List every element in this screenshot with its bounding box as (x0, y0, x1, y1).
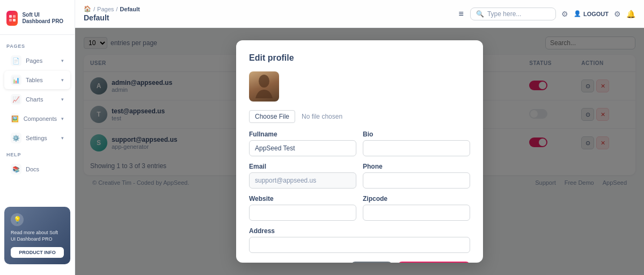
svg-rect-0 (9, 15, 12, 18)
zipcode-label: Zipcode (363, 195, 470, 202)
chevron-down-icon: ▾ (61, 77, 64, 83)
address-label: Address (249, 227, 470, 235)
charts-icon: 📈 (11, 94, 21, 105)
form-row-address: Address (249, 227, 470, 253)
sidebar-item-tables-label: Tables (26, 77, 43, 83)
sidebar-item-pages[interactable]: 📄 Pages ▾ (4, 52, 70, 70)
navbar-right: 🔍 ⚙ 👤 LOGOUT ⚙ 🔔 (470, 8, 635, 20)
logo-icon (6, 11, 18, 26)
app-wrapper: Soft UI Dashboard PRO PAGES 📄 Pages ▾ 📊 … (0, 0, 644, 275)
content-area: 10 25 50 entries per page USER FUNCTION (75, 28, 644, 275)
main-content: 🏠 / Pages / Default Default ≡ 🔍 ⚙ 👤 LOGO… (75, 0, 644, 275)
sidebar-item-charts-label: Charts (26, 96, 43, 103)
address-group: Address (249, 227, 470, 253)
search-input[interactable] (487, 10, 552, 18)
chevron-icon-4: ▾ (61, 135, 64, 141)
profile-avatar (249, 71, 279, 102)
modal-overlay: Edit profile Choose File No file cho (75, 28, 644, 275)
fullname-input[interactable] (249, 140, 356, 156)
product-info-button[interactable]: PRODUCT INFO (11, 247, 64, 258)
sidebar-item-docs[interactable]: 📚 Docs (4, 160, 70, 178)
chevron-icon: ▾ (61, 58, 64, 63)
svg-point-4 (259, 75, 269, 88)
logout-button[interactable]: 👤 LOGOUT (574, 10, 609, 17)
sidebar-section-help: HELP (0, 148, 75, 160)
tables-icon: 📊 (11, 75, 21, 85)
save-changes-button[interactable]: SAVE CHANGES (398, 262, 470, 263)
choose-file-button[interactable]: Choose File (249, 110, 295, 123)
sidebar-item-settings[interactable]: ⚙️ Settings ▾ (4, 129, 70, 147)
search-box[interactable]: 🔍 (470, 8, 556, 20)
sidebar-item-components[interactable]: 🖼️ Components ▾ (4, 110, 70, 128)
modal-footer: CLOSE SAVE CHANGES (249, 262, 470, 263)
email-label: Email (249, 163, 356, 170)
bio-group: Bio (363, 131, 470, 156)
bell-icon[interactable]: 🔔 (626, 10, 635, 18)
modal-title: Edit profile (249, 53, 470, 63)
close-button[interactable]: CLOSE (351, 262, 392, 263)
docs-icon: 📚 (11, 164, 21, 175)
promo-text: Read more about Soft UI Dashboard PRO (11, 229, 64, 243)
promo-icon: 💡 (11, 213, 24, 226)
address-input[interactable] (249, 237, 470, 253)
fullname-label: Fullname (249, 131, 356, 138)
form-row-email-phone: Email Phone (249, 163, 470, 189)
fullname-group: Fullname (249, 131, 356, 156)
breadcrumb-home-icon: 🏠 (84, 5, 91, 12)
page-title: Default (84, 13, 448, 22)
svg-rect-2 (9, 19, 12, 21)
email-input[interactable] (249, 172, 356, 189)
svg-rect-3 (13, 19, 16, 21)
chevron-icon-3: ▾ (61, 116, 64, 121)
edit-profile-modal: Edit profile Choose File No file cho (236, 40, 483, 263)
sidebar-item-charts[interactable]: 📈 Charts ▾ (4, 90, 70, 108)
bio-input[interactable] (363, 140, 470, 156)
phone-group: Phone (363, 163, 470, 189)
sidebar-item-tables[interactable]: 📊 Tables ▾ (4, 71, 70, 89)
settings-nav-icon[interactable]: ⚙ (561, 10, 568, 18)
chevron-icon-2: ▾ (61, 97, 64, 102)
form-row-name-bio: Fullname Bio (249, 131, 470, 156)
sidebar-item-settings-label: Settings (26, 135, 47, 141)
zipcode-input[interactable] (363, 205, 470, 221)
search-icon: 🔍 (476, 10, 484, 18)
sidebar-item-components-label: Components (24, 115, 57, 122)
breadcrumb-sep-1: / (93, 6, 95, 12)
website-input[interactable] (249, 205, 356, 221)
sidebar-section-pages: PAGES (0, 39, 75, 51)
profile-avatar-section (249, 71, 470, 102)
settings-icon: ⚙️ (11, 133, 21, 143)
sidebar: Soft UI Dashboard PRO PAGES 📄 Pages ▾ 📊 … (0, 0, 75, 275)
components-icon: 🖼️ (11, 113, 19, 124)
bio-label: Bio (363, 131, 470, 138)
sidebar-logo: Soft UI Dashboard PRO (0, 6, 75, 35)
sidebar-item-docs-label: Docs (26, 166, 39, 172)
hamburger-menu[interactable]: ≡ (459, 9, 464, 19)
phone-input[interactable] (363, 172, 470, 189)
zipcode-group: Zipcode (363, 195, 470, 221)
sidebar-promo: 💡 Read more about Soft UI Dashboard PRO … (4, 207, 70, 264)
breadcrumb-pages[interactable]: Pages (97, 6, 114, 12)
user-icon: 👤 (574, 10, 581, 17)
email-group: Email (249, 163, 356, 189)
phone-label: Phone (363, 163, 470, 170)
gear-icon[interactable]: ⚙ (614, 10, 621, 18)
app-name: Soft UI Dashboard PRO (22, 12, 68, 25)
svg-rect-1 (13, 15, 16, 18)
breadcrumb-sep-2: / (116, 6, 118, 12)
breadcrumb: 🏠 / Pages / Default (84, 5, 448, 12)
sidebar-item-pages-label: Pages (26, 57, 42, 64)
form-row-website-zipcode: Website Zipcode (249, 195, 470, 221)
pages-icon: 📄 (11, 55, 21, 66)
website-group: Website (249, 195, 356, 221)
file-name: No file chosen (302, 113, 342, 120)
breadcrumb-current: Default (120, 6, 140, 12)
website-label: Website (249, 195, 356, 202)
top-navbar: 🏠 / Pages / Default Default ≡ 🔍 ⚙ 👤 LOGO… (75, 0, 644, 28)
